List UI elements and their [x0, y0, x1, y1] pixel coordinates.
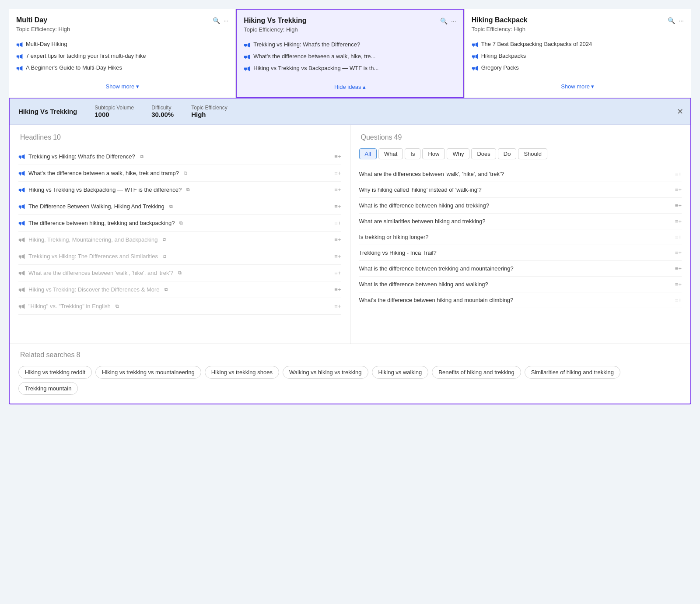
detail-header: Hiking Vs Trekking Subtopic Volume 1000 …: [10, 98, 690, 125]
card-hiking-backpack[interactable]: Hiking Backpack 🔍 ··· Topic Efficiency: …: [464, 9, 691, 98]
add-question-icon[interactable]: ≡+: [675, 265, 682, 272]
add-to-brief-icon[interactable]: ≡+: [334, 170, 341, 176]
related-searches-section: Related searches8 Hiking vs trekking red…: [10, 344, 690, 404]
detail-stat-difficulty: Difficulty 30.00%: [151, 105, 174, 118]
more-icon-hb[interactable]: ···: [679, 17, 684, 24]
stat-difficulty-value: 30.00%: [151, 111, 174, 118]
card-hvt-subtitle: Topic Efficiency: High: [244, 26, 456, 33]
add-to-brief-icon[interactable]: ≡+: [334, 186, 341, 193]
question-item-4: Is trekking or hiking longer? ≡+: [359, 229, 682, 245]
filter-all[interactable]: All: [359, 148, 377, 159]
related-tag-3[interactable]: Walking vs hiking vs trekking: [283, 366, 368, 379]
top-cards-row: Multi Day 🔍 ··· Topic Efficiency: High M…: [9, 9, 691, 98]
add-to-brief-icon[interactable]: ≡+: [334, 303, 341, 309]
related-tag-1[interactable]: Hiking vs trekking vs mountaineering: [95, 366, 201, 379]
filter-is[interactable]: Is: [405, 148, 420, 159]
search-icon-hb[interactable]: 🔍: [668, 17, 675, 24]
add-to-brief-icon[interactable]: ≡+: [334, 220, 341, 226]
question-item-5: Trekking vs Hiking - Inca Trail? ≡+: [359, 245, 682, 261]
list-item: A Beginner's Guide to Multi-Day Hikes: [16, 62, 228, 74]
external-link-icon[interactable]: ⧉: [163, 253, 166, 259]
list-item: 7 expert tips for tackling your first mu…: [16, 50, 228, 62]
more-icon-hvt[interactable]: ···: [451, 18, 456, 25]
filter-why[interactable]: Why: [447, 148, 469, 159]
related-tag-7[interactable]: Trekking mountain: [18, 382, 78, 395]
add-question-icon[interactable]: ≡+: [675, 281, 682, 288]
detail-stat-subtopic: Subtopic Volume 1000: [94, 105, 134, 118]
filter-does[interactable]: Does: [471, 148, 496, 159]
filter-what[interactable]: What: [378, 148, 403, 159]
card-hb-subtitle: Topic Efficiency: High: [472, 26, 684, 32]
list-item: The 7 Best Backpacking Backpacks of 2024: [472, 39, 684, 50]
add-question-icon[interactable]: ≡+: [675, 202, 682, 209]
add-question-icon[interactable]: ≡+: [675, 171, 682, 177]
search-icon-hvt[interactable]: 🔍: [440, 18, 448, 25]
stat-efficiency-value: High: [191, 111, 227, 118]
more-icon-multi[interactable]: ···: [224, 17, 229, 24]
headline-item-2: Hiking vs Trekking vs Backpacking — WTF …: [18, 182, 341, 198]
related-tag-6[interactable]: Similarities of hiking and trekking: [525, 366, 620, 379]
add-to-brief-icon[interactable]: ≡+: [334, 286, 341, 293]
list-item: Hiking vs Trekking vs Backpacking — WTF …: [244, 63, 456, 74]
headline-item-5: Hiking, Trekking, Mountaineering, and Ba…: [18, 232, 341, 248]
headline-item-8: Hiking vs Trekking: Discover the Differe…: [18, 281, 341, 298]
question-filters: All What Is How Why Does Do Should: [359, 148, 682, 159]
related-tag-4[interactable]: Hiking vs walking: [372, 366, 429, 379]
headline-item-4: The difference between hiking, trekking …: [18, 215, 341, 232]
question-item-7: What is the difference between hiking an…: [359, 277, 682, 292]
add-question-icon[interactable]: ≡+: [675, 234, 682, 240]
card-multi-day[interactable]: Multi Day 🔍 ··· Topic Efficiency: High M…: [9, 9, 236, 98]
external-link-icon[interactable]: ⧉: [179, 220, 183, 226]
detail-panel: Hiking Vs Trekking Subtopic Volume 1000 …: [9, 98, 691, 404]
external-link-icon[interactable]: ⧉: [169, 204, 173, 209]
external-link-icon[interactable]: ⧉: [116, 303, 119, 309]
external-link-icon[interactable]: ⧉: [178, 270, 182, 276]
related-tags: Hiking vs trekking reddit Hiking vs trek…: [18, 366, 682, 395]
filter-should[interactable]: Should: [518, 148, 547, 159]
headline-item-6: Trekking vs Hiking: The Differences and …: [18, 248, 341, 265]
questions-column: Questions49 All What Is How Why Does Do …: [350, 125, 691, 344]
question-item-8: What's the difference between hiking and…: [359, 292, 682, 308]
related-title: Related searches8: [18, 351, 682, 359]
related-tag-0[interactable]: Hiking vs trekking reddit: [18, 366, 92, 379]
add-question-icon[interactable]: ≡+: [675, 249, 682, 256]
hide-ideas-hvt[interactable]: Hide ideas ▴: [334, 84, 366, 90]
headline-item-0: Trekking vs Hiking: What's the Differenc…: [18, 148, 341, 165]
headline-item-3: The Difference Between Walking, Hiking A…: [18, 198, 341, 215]
add-question-icon[interactable]: ≡+: [675, 218, 682, 225]
list-item: Multi-Day Hiking: [16, 39, 228, 50]
add-to-brief-icon[interactable]: ≡+: [334, 153, 341, 160]
search-icon-multi[interactable]: 🔍: [213, 17, 220, 24]
show-more-multi[interactable]: Show more ▾: [105, 83, 139, 90]
external-link-icon[interactable]: ⧉: [164, 287, 168, 292]
add-question-icon[interactable]: ≡+: [675, 297, 682, 303]
question-item-1: Why is hiking called 'hiking' instead of…: [359, 182, 682, 198]
question-item-0: What are the differences between 'walk',…: [359, 166, 682, 182]
show-more-hb[interactable]: Show more ▾: [561, 83, 594, 90]
external-link-icon[interactable]: ⧉: [184, 170, 187, 176]
card-hb-title: Hiking Backpack: [472, 16, 528, 24]
list-item: Hiking Backpacks: [472, 50, 684, 62]
close-button[interactable]: ✕: [677, 108, 683, 116]
related-tag-5[interactable]: Benefits of hiking and trekking: [432, 366, 521, 379]
add-question-icon[interactable]: ≡+: [675, 186, 682, 193]
add-to-brief-icon[interactable]: ≡+: [334, 236, 341, 243]
card-multi-day-title: Multi Day: [16, 16, 47, 24]
external-link-icon[interactable]: ⧉: [163, 237, 166, 242]
external-link-icon[interactable]: ⧉: [140, 154, 144, 159]
questions-title: Questions49: [359, 133, 682, 141]
detail-body: Headlines10 Trekking vs Hiking: What's t…: [10, 125, 690, 344]
add-to-brief-icon[interactable]: ≡+: [334, 203, 341, 210]
filter-do[interactable]: Do: [498, 148, 517, 159]
filter-how[interactable]: How: [422, 148, 445, 159]
question-item-2: What is the difference between hiking an…: [359, 198, 682, 214]
card-hiking-vs-trekking[interactable]: Hiking Vs Trekking 🔍 ··· Topic Efficienc…: [236, 9, 464, 98]
add-to-brief-icon[interactable]: ≡+: [334, 270, 341, 276]
stat-efficiency-label: Topic Efficiency: [191, 105, 227, 111]
external-link-icon[interactable]: ⧉: [186, 187, 190, 193]
card-hvt-title: Hiking Vs Trekking: [244, 17, 306, 25]
related-tag-2[interactable]: Hiking vs trekking shoes: [205, 366, 279, 379]
stat-subtopic-value: 1000: [94, 111, 134, 118]
list-item: What's the difference between a walk, hi…: [244, 51, 456, 63]
add-to-brief-icon[interactable]: ≡+: [334, 253, 341, 260]
